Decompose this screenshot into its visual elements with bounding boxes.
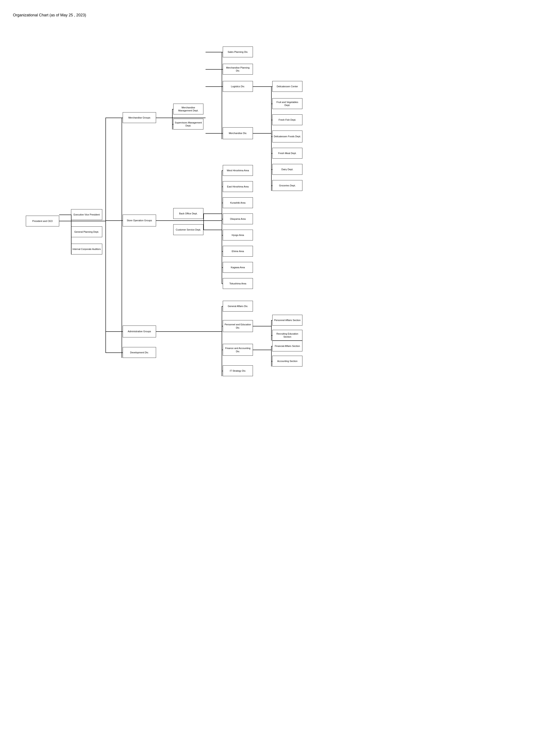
merchandise-groups: Merchandise Groups (123, 112, 156, 123)
page-title: Organizational Chart (as of May 25 , 202… (13, 13, 521, 17)
merch-div: Merchandise Div. (223, 127, 253, 139)
customer-service-dept: Customer Service Dept. (173, 224, 203, 235)
store-operation-groups: Store Operation Groups (123, 215, 156, 227)
development-div: Development Div. (123, 347, 156, 358)
deli-foods-dept: Delicatessen Foods Dept. (272, 131, 302, 143)
west-hiroshima-area: West Hiroshima Area (223, 165, 253, 176)
ehime-area: Ehime Area (223, 246, 253, 256)
personnel-affairs-section: Personnel Affairs Section (272, 315, 302, 326)
general-planning: General Planning Dept. (71, 227, 102, 237)
tokushima-area: Tokushima Area (223, 278, 253, 289)
dairy-dept: Dairy Dept. (272, 164, 302, 175)
back-office-dept: Back Office Dept. (173, 208, 203, 219)
executive-vp: Executive Vice President (71, 209, 102, 220)
supervisors-mgmt-dept: Supervisors Management Dept. (173, 119, 203, 129)
fresh-meat-dept: Fresh Meat Dept. (272, 148, 302, 159)
accounting-section: Accounting Section (272, 356, 302, 366)
fresh-fish-dept: Fresh Fish Dept. (272, 114, 302, 125)
general-affairs-div: General Affairs Div. (223, 301, 253, 311)
okayama-area: Okayama Area (223, 213, 253, 224)
it-strategy-div: IT Strategy Div. (223, 365, 253, 376)
merch-mgmt-dept: Merchandise Management Dept. (173, 104, 203, 114)
deli-center: Delicatessen Center (272, 81, 302, 92)
president-ceo: President and CEO (26, 216, 59, 227)
hyogo-area: Hyogo Area (223, 230, 253, 240)
logistics-div: Logistics Div. (223, 81, 253, 92)
recruiting-education-section: Recruiting Education Section (272, 330, 302, 340)
org-chart: President and CEO Executive Vice Preside… (13, 26, 519, 737)
personnel-education-div: Personnel and Education Div. (223, 320, 253, 332)
sales-planning-div: Sales Planning Div. (223, 46, 253, 57)
finance-accounting-div: Finance and Accounting Div. (223, 344, 253, 356)
internal-auditors: Internal Corporate Auditors (71, 244, 102, 255)
east-hiroshima-area: East Hiroshima Area (223, 181, 253, 192)
merch-planning-div: Merchandise Planning Div. (223, 64, 253, 74)
groceries-dept: Groceries Dept. (272, 180, 302, 191)
administrative-groups: Administrative Groups (123, 326, 156, 338)
fruit-veg-dept: Fruit and Vegetables Dept. (272, 98, 302, 109)
kurashiki-area: Kurashiki Area (223, 197, 253, 208)
financial-affairs-section: Financial Affairs Section (272, 340, 302, 351)
kagawa-area: Kagawa Area (223, 262, 253, 273)
